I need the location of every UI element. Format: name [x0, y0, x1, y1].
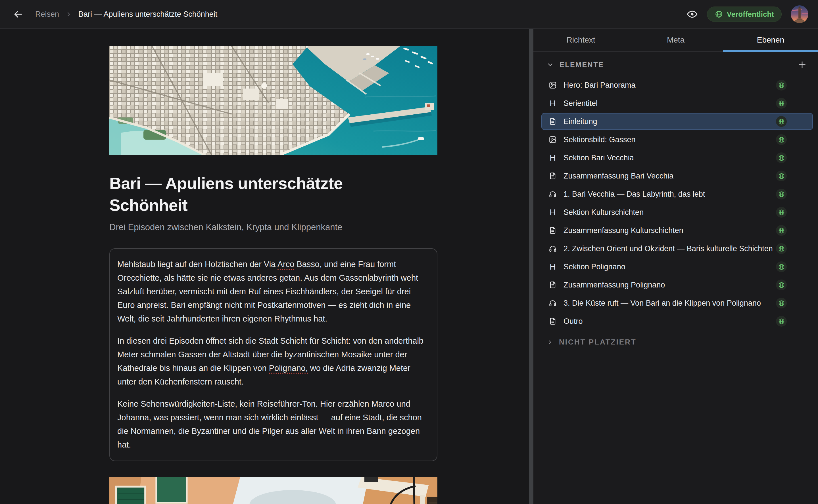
layer-row[interactable]: Zusammenfassung Kulturschichten	[541, 222, 813, 239]
panel-resize-handle[interactable]	[529, 29, 533, 504]
layer-label: Sektion Bari Vecchia	[563, 154, 634, 162]
hero-image[interactable]	[109, 46, 437, 155]
tab-richtext[interactable]: Richtext	[533, 29, 628, 51]
image-icon	[548, 81, 557, 90]
layer-row[interactable]: 3. Die Küste ruft — Von Bari an die Klip…	[541, 295, 813, 312]
user-avatar[interactable]	[791, 5, 808, 23]
layer-label: Sektion Polignano	[563, 263, 626, 271]
document-icon	[548, 317, 557, 326]
layer-label: Hero: Bari Panorama	[563, 81, 636, 90]
layer-row[interactable]: HSerientitel	[541, 95, 813, 112]
layer-label: Einleitung	[563, 117, 597, 126]
layer-label: 1. Bari Vecchia — Das Labyrinth, das leb…	[563, 190, 705, 199]
arrow-left-icon	[12, 9, 24, 20]
unplaced-section-header[interactable]: NICHT PLATZIERT	[533, 338, 818, 347]
layer-row[interactable]: Hero: Bari Panorama	[541, 77, 813, 94]
layer-row[interactable]: 1. Bari Vecchia — Das Labyrinth, das leb…	[541, 186, 813, 203]
published-globe-icon[interactable]	[776, 98, 787, 109]
layer-label: Zusammenfassung Kulturschichten	[563, 226, 683, 235]
plus-icon	[797, 60, 807, 70]
section-image-gassen[interactable]	[109, 477, 437, 504]
add-element-button[interactable]	[797, 60, 807, 70]
layer-row[interactable]: Zusammenfassung Polignano	[541, 276, 813, 293]
tab-ebenen[interactable]: Ebenen	[723, 29, 818, 51]
heading-icon: H	[548, 99, 557, 108]
published-globe-icon[interactable]	[776, 316, 787, 327]
breadcrumb-section[interactable]: Reisen	[35, 10, 59, 19]
layer-row[interactable]: HSektion Bari Vecchia	[541, 149, 813, 166]
eye-icon	[687, 9, 698, 20]
article-subtitle[interactable]: Drei Episoden zwischen Kalkstein, Krypta…	[109, 222, 437, 232]
active-tab-underline	[723, 50, 818, 52]
tab-meta[interactable]: Meta	[628, 29, 723, 51]
avatar-image	[791, 5, 808, 23]
intro-text-block[interactable]: Mehlstaub liegt auf den Holztischen der …	[109, 248, 437, 461]
tab-label: Richtext	[566, 35, 595, 45]
inspector-panel: RichtextMetaEbenen ELEMENTE Hero: Bari P…	[533, 29, 818, 504]
topbar-actions: Veröffentlicht	[687, 5, 808, 23]
layer-label: Sektionsbild: Gassen	[563, 135, 636, 144]
globe-icon	[715, 10, 723, 18]
document-icon	[548, 117, 557, 126]
layer-row[interactable]: HSektion Polignano	[541, 258, 813, 275]
tab-label: Ebenen	[757, 35, 785, 45]
paragraph: Keine Sehenswürdigkeiten-Liste, kein Rei…	[117, 397, 429, 451]
back-button[interactable]	[12, 9, 24, 20]
published-globe-icon[interactable]	[776, 80, 787, 91]
heading-icon: H	[548, 262, 557, 271]
preview-eye-button[interactable]	[687, 9, 698, 20]
published-globe-icon[interactable]	[776, 243, 787, 254]
heading-icon: H	[548, 153, 557, 162]
panel-tabs: RichtextMetaEbenen	[533, 29, 818, 52]
layer-row[interactable]: HSektion Kulturschichten	[541, 204, 813, 221]
publish-status-badge[interactable]: Veröffentlicht	[707, 7, 782, 22]
layers-list: Hero: Bari PanoramaHSerientitelEinleitun…	[533, 77, 818, 330]
spellcheck-word: Arco	[278, 260, 295, 270]
published-globe-icon[interactable]	[776, 134, 787, 145]
hero-image-graphic	[109, 46, 437, 155]
layer-label: Zusammenfassung Bari Vecchia	[563, 172, 674, 180]
audio-icon	[548, 299, 557, 308]
layer-row[interactable]: Einleitung	[541, 113, 813, 130]
audio-icon	[548, 244, 557, 253]
document-icon	[548, 280, 557, 289]
elements-section-title: ELEMENTE	[559, 61, 604, 69]
layer-label: Zusammenfassung Polignano	[563, 281, 665, 289]
spellcheck-word: Polignano,	[269, 364, 308, 374]
tab-label: Meta	[667, 35, 685, 45]
chevron-down-icon[interactable]	[546, 61, 554, 68]
document-icon	[548, 226, 557, 235]
article-content: Bari — Apuliens unterschätzte Schönheit …	[109, 46, 437, 504]
publish-status-label: Veröffentlicht	[727, 10, 774, 19]
published-globe-icon[interactable]	[776, 116, 787, 127]
published-globe-icon[interactable]	[776, 280, 787, 290]
layer-row[interactable]: Zusammenfassung Bari Vecchia	[541, 167, 813, 184]
published-globe-icon[interactable]	[776, 298, 787, 308]
editor-canvas: Bari — Apuliens unterschätzte Schönheit …	[0, 29, 529, 504]
published-globe-icon[interactable]	[776, 171, 787, 181]
heading-icon: H	[548, 208, 557, 217]
layer-row[interactable]: Outro	[541, 313, 813, 330]
paragraph: Mehlstaub liegt auf den Holztischen der …	[117, 257, 429, 325]
elements-section-header[interactable]: ELEMENTE	[533, 52, 818, 77]
alley-image-graphic	[109, 477, 437, 504]
app-window: Reisen Bari — Apuliens unterschätzte Sch…	[0, 0, 818, 504]
layer-label: 3. Die Küste ruft — Von Bari an die Klip…	[563, 299, 761, 308]
layer-row[interactable]: 2. Zwischen Orient und Okzident — Baris …	[541, 240, 813, 257]
chevron-right-icon	[65, 11, 72, 18]
published-globe-icon[interactable]	[776, 225, 787, 236]
layer-label: Outro	[563, 317, 583, 326]
audio-icon	[548, 190, 557, 199]
layer-label: 2. Zwischen Orient und Okzident — Baris …	[563, 244, 773, 253]
chevron-right-icon[interactable]	[546, 339, 553, 346]
article-title[interactable]: Bari — Apuliens unterschätzte Schönheit	[109, 173, 413, 216]
layer-label: Sektion Kulturschichten	[563, 208, 644, 217]
published-globe-icon[interactable]	[776, 152, 787, 163]
layer-row[interactable]: Sektionsbild: Gassen	[541, 131, 813, 148]
published-globe-icon[interactable]	[776, 261, 787, 272]
paragraph: In diesen drei Episoden öffnet sich die …	[117, 334, 429, 389]
image-icon	[548, 135, 557, 144]
published-globe-icon[interactable]	[776, 189, 787, 199]
layer-label: Serientitel	[563, 99, 597, 108]
published-globe-icon[interactable]	[776, 207, 787, 218]
